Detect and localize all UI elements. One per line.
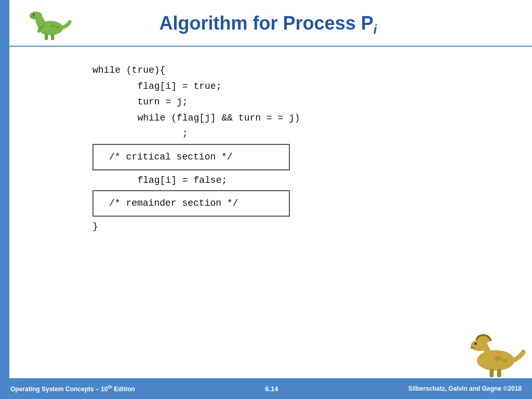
critical-section-box: /* critical section */ [92, 144, 290, 170]
title-text: Algorithm for Process P [159, 12, 374, 34]
footer-left-text: Operating System Concepts – 10th Edition [10, 384, 135, 393]
main-content-area: Algorithm for Process Pi while (true){ f… [9, 0, 532, 399]
critical-section-text: /* critical section */ [109, 152, 233, 162]
title-subscript: i [374, 23, 377, 37]
header-dinosaur-icon [25, 9, 72, 41]
svg-point-8 [477, 350, 514, 371]
remainder-section-box: /* remainder section */ [92, 190, 290, 217]
code-line-5: ; [92, 126, 501, 142]
svg-rect-11 [489, 369, 494, 377]
code-line-4: while (flag[j] && turn = = j) [92, 110, 501, 126]
code-line-6: flag[i] = false; [92, 172, 501, 189]
footer-slide-number: 6.14 [265, 385, 278, 393]
code-content: while (true){ flag[i] = true; turn = j; … [9, 47, 532, 245]
svg-point-6 [50, 25, 55, 28]
svg-point-13 [494, 356, 501, 361]
svg-point-7 [56, 26, 60, 29]
code-line-3: turn = j; [92, 94, 501, 110]
code-line-1: while (true){ [92, 62, 501, 78]
svg-rect-5 [51, 34, 54, 40]
svg-point-3 [33, 14, 34, 16]
svg-rect-12 [497, 369, 501, 377]
code-line-2: flag[i] = true; [92, 78, 501, 95]
code-line-7: } [92, 219, 501, 235]
svg-rect-4 [45, 34, 48, 40]
slide-title: Algorithm for Process Pi [72, 12, 516, 37]
svg-point-2 [30, 11, 42, 19]
slide-header: Algorithm for Process Pi [9, 0, 532, 47]
svg-point-14 [502, 358, 508, 362]
footer-right-text: Silberschatz, Galvin and Gagne ©2018 [408, 385, 522, 392]
svg-point-10 [474, 342, 477, 345]
slide-footer: Operating System Concepts – 10th Edition… [0, 378, 532, 399]
footer-dinosaur-icon [464, 331, 527, 378]
left-accent-bar [0, 0, 9, 399]
remainder-section-text: /* remainder section */ [109, 198, 238, 208]
